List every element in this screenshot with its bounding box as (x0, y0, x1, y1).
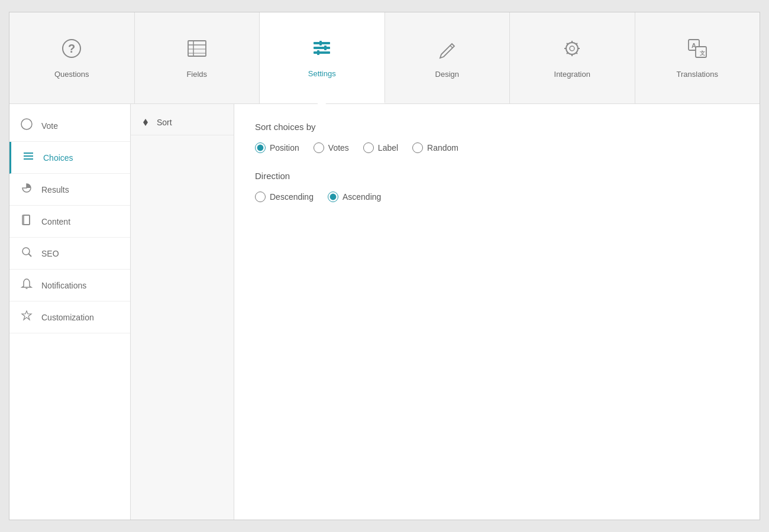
svg-point-34 (22, 248, 30, 255)
direction-label: Direction (255, 171, 739, 181)
tab-design-label: Design (435, 70, 459, 79)
sort-position-radio[interactable] (255, 142, 266, 153)
tab-translations[interactable]: A 文 Translations (635, 12, 760, 103)
app-container: ? Questions Fields (9, 12, 760, 520)
sort-arrows-icon (140, 117, 151, 128)
vote-icon (20, 118, 33, 133)
second-sidebar-sort[interactable]: Sort (131, 110, 234, 135)
svg-rect-12 (317, 50, 319, 55)
main-area: Vote Choices (9, 104, 760, 520)
direction-ascending-label: Ascending (343, 192, 381, 202)
sidebar-item-vote[interactable]: Vote (9, 110, 130, 142)
sort-position-option[interactable]: Position (255, 142, 299, 153)
questions-icon: ? (61, 38, 82, 64)
tab-integration[interactable]: Integration (510, 12, 635, 103)
svg-rect-10 (319, 41, 322, 46)
sort-by-label: Sort choices by (255, 122, 739, 132)
svg-line-23 (567, 53, 568, 54)
svg-rect-8 (314, 47, 330, 49)
direction-ascending-radio[interactable] (328, 192, 338, 202)
svg-marker-37 (22, 311, 31, 320)
sort-random-radio[interactable] (412, 142, 423, 153)
svg-text:文: 文 (699, 50, 705, 56)
settings-icon (311, 37, 332, 63)
sidebar-seo-label: SEO (41, 249, 59, 258)
integration-icon (561, 38, 583, 64)
sidebar-item-results[interactable]: Results (9, 174, 130, 206)
direction-descending-label: Descending (270, 192, 314, 202)
sort-by-options: Position Votes Label Random (255, 142, 739, 153)
tab-translations-label: Translations (677, 70, 718, 79)
sort-votes-label: Votes (328, 143, 349, 153)
svg-line-22 (576, 43, 577, 44)
svg-point-28 (21, 119, 32, 129)
svg-marker-38 (143, 119, 148, 122)
tab-settings-label: Settings (308, 69, 336, 78)
tab-integration-label: Integration (554, 70, 590, 79)
direction-options: Descending Ascending (255, 192, 739, 202)
sidebar: Vote Choices (9, 104, 131, 520)
svg-marker-39 (143, 122, 148, 126)
tab-questions[interactable]: ? Questions (9, 12, 135, 103)
choices-icon (22, 150, 35, 165)
sort-votes-radio[interactable] (314, 142, 324, 153)
tab-fields-label: Fields (186, 70, 207, 79)
notifications-icon (20, 278, 33, 293)
sort-random-option[interactable]: Random (412, 142, 458, 153)
sort-label-label: Label (378, 143, 398, 153)
svg-line-13 (450, 46, 453, 48)
tab-settings[interactable]: Settings (260, 12, 385, 103)
sort-label-radio[interactable] (363, 142, 374, 153)
second-sidebar: Sort (131, 104, 234, 520)
direction-ascending-option[interactable]: Ascending (328, 192, 381, 202)
translations-icon: A 文 (687, 38, 708, 64)
sort-label-option[interactable]: Label (363, 142, 398, 153)
sidebar-item-customization[interactable]: Customization (9, 301, 130, 333)
sidebar-results-label: Results (41, 185, 69, 194)
results-icon (20, 182, 33, 197)
direction-descending-option[interactable]: Descending (255, 192, 314, 202)
sidebar-choices-label: Choices (43, 153, 73, 163)
svg-line-20 (567, 43, 568, 44)
design-icon (437, 38, 458, 64)
seo-icon (20, 246, 33, 261)
svg-point-15 (570, 46, 574, 51)
tab-design[interactable]: Design (385, 12, 510, 103)
svg-rect-33 (24, 215, 30, 225)
sidebar-customization-label: Customization (41, 313, 94, 322)
svg-text:?: ? (68, 42, 75, 55)
sidebar-item-notifications[interactable]: Notifications (9, 270, 130, 301)
svg-rect-2 (188, 41, 206, 56)
sidebar-notifications-label: Notifications (41, 281, 86, 290)
sort-votes-option[interactable]: Votes (314, 142, 349, 153)
sidebar-item-content[interactable]: Content (9, 206, 130, 238)
customization-icon (20, 310, 33, 325)
tab-bar: ? Questions Fields (9, 12, 760, 104)
svg-line-35 (29, 254, 32, 257)
svg-line-21 (576, 53, 577, 54)
fields-icon (186, 38, 208, 64)
sidebar-content-label: Content (41, 217, 70, 226)
direction-descending-radio[interactable] (255, 192, 266, 202)
tab-questions-label: Questions (54, 70, 89, 79)
svg-rect-11 (324, 46, 327, 50)
content-icon (20, 214, 33, 229)
sidebar-item-seo[interactable]: SEO (9, 238, 130, 270)
sort-position-label: Position (270, 143, 299, 153)
content-area: Sort choices by Position Votes Label Ran… (234, 104, 760, 520)
sidebar-item-choices[interactable]: Choices (9, 142, 130, 174)
second-sidebar-sort-label: Sort (157, 118, 172, 127)
tab-fields[interactable]: Fields (135, 12, 260, 103)
sort-random-label: Random (427, 143, 458, 153)
svg-rect-9 (314, 51, 330, 54)
sidebar-vote-label: Vote (41, 121, 58, 131)
